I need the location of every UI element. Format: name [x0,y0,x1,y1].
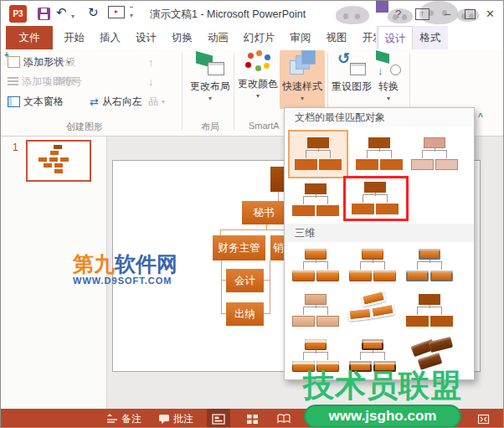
style-preview [294,136,342,173]
group-label-smartart-styles: SmartA [249,121,280,131]
tab-view[interactable]: 视图 [319,26,355,49]
gallery-section-3d: 三维 [285,224,474,242]
tab-smartart-design-active[interactable]: 设计 [378,26,413,49]
quick-styles-gallery: 文档的最佳匹配对象 三维 [284,107,475,380]
watermark-d9soft: 第九软件网 WWW.D9SOFT.COM [73,254,177,286]
tab-slideshow[interactable]: 幻灯片 [236,26,283,49]
connector-line [278,192,279,201]
group-divider [182,53,183,130]
help-icon[interactable]: ? [395,8,401,21]
normal-view-icon [212,414,225,425]
left-arrow-icon: ← [41,56,52,69]
save-icon[interactable] [38,8,50,20]
move-up-button[interactable]: ↑ [148,54,154,70]
org-node-cashier[interactable]: 出纳 [226,302,264,326]
gallery-section-best-match: 文档的最佳匹配对象 [285,108,474,126]
style-thumb-best-2[interactable] [353,133,405,175]
tab-animations[interactable]: 动画 [200,26,236,49]
move-down-button[interactable]: ↓ [148,73,154,90]
tab-insert[interactable]: 插入 [92,26,128,49]
stacked-squares-icon [289,50,316,75]
close-icon[interactable]: ✕ [486,8,495,21]
style-thumb-3d-6[interactable] [404,291,455,331]
style-thumb-best-4[interactable] [290,180,342,220]
group-divider [234,53,234,130]
comment-icon [158,414,170,425]
powerpoint-window: P3 ↶ ▾ ↻ ▸ ▾ 演示文稿1 - Microsoft PowerPoin… [0,0,504,428]
right-to-left-button[interactable]: ⇄ 从右向左 [90,93,142,110]
org-node-secretary[interactable]: 秘书 [242,201,285,224]
normal-view-button[interactable] [207,409,230,428]
group-label-layout: 布局 [190,121,230,133]
right-arrow-icon: → [41,75,52,88]
change-colors-button[interactable]: 更改颜色 ▾ [237,50,279,100]
promote-button[interactable]: ← 升级 [41,54,75,70]
style-preview [410,136,459,173]
redo-icon[interactable]: ↻ [88,4,99,21]
undo-icon[interactable]: ↶ [56,4,67,21]
ribbon-tab-row: 文件 开始 插入 设计 切换 动画 幻灯片 审阅 视图 开发工 加载项 设计 格… [1,26,504,49]
tab-file[interactable]: 文件 [6,26,53,49]
style-preview [355,136,404,173]
undo-dropdown-icon[interactable]: ▾ [71,8,75,25]
group-label-create-graphic: 创建图形 [51,121,118,133]
tab-design[interactable]: 设计 [128,26,164,49]
tab-smartart-format[interactable]: 格式 [413,26,448,49]
maximize-icon[interactable] [465,9,476,19]
up-arrow-icon: ↑ [148,56,154,69]
collapse-ribbon-icon[interactable]: ^ [478,112,483,121]
powerpoint-logo-icon[interactable]: P3 [9,5,27,23]
add-shape-icon [8,56,20,68]
customize-qat-icon[interactable]: ▾ [130,7,133,24]
dropdown-icon: ▾ [162,98,165,106]
style-thumb-3d-2[interactable] [347,245,399,286]
style-preview [291,182,340,219]
reset-arrows-icon: ↺ [337,50,366,75]
notes-button[interactable]: 备注 [106,409,141,428]
comments-button[interactable]: 批注 [158,409,193,428]
quick-styles-button[interactable]: 快速样式 ▾ [280,50,325,109]
style-thumb-best-3[interactable] [409,133,460,175]
tab-home[interactable]: 开始 [56,26,92,49]
text-pane-button[interactable]: 文本窗格 [8,93,64,110]
style-thumb-3d-1[interactable] [290,245,342,286]
reset-graphic-button[interactable]: ↺ 重设图形 [330,50,373,94]
style-thumb-3d-5[interactable] [347,291,399,331]
slide-number: 1 [13,142,18,153]
dropdown-icon: ▾ [301,95,304,102]
tab-transitions[interactable]: 切换 [164,26,200,49]
watermark-jsgho: 技术员联盟 www.jsgho.com [282,369,483,428]
window-title: 演示文稿1 - Microsoft PowerPoint [150,8,296,22]
demote-button[interactable]: → 降级 [41,73,75,90]
ribbon-display-options-icon[interactable]: ↑ [415,8,429,20]
style-preview [405,247,454,284]
style-preview [291,247,340,284]
watermark-url-pill: www.jsgho.com [304,405,461,428]
slide-sorter-view-button[interactable] [240,409,264,428]
connector-line [220,229,285,230]
minimize-icon[interactable]: – [445,8,450,21]
connector-line [221,260,222,314]
convert-button[interactable]: ↓ 转换 ▾ [371,50,406,102]
notes-icon [106,414,118,424]
style-preview [291,292,340,329]
org-layout-button[interactable]: 品 ▾ [148,93,165,110]
change-layout-button[interactable]: 更改布局 ▾ [187,50,234,102]
connector-line [270,260,270,314]
org-node-accountant[interactable]: 会计 [226,269,264,292]
style-thumb-best-5[interactable] [348,178,402,219]
style-thumb-3d-4[interactable] [290,291,342,331]
slide-thumbnail-1[interactable] [26,140,91,182]
org-node-finance-manager[interactable]: 财务主管 [213,235,265,260]
style-thumb-best-1-selected[interactable] [288,130,348,178]
tab-review[interactable]: 审阅 [283,26,319,49]
org-chart-icon: 品 [148,95,158,109]
start-slideshow-icon[interactable]: ▸ [108,6,125,18]
style-thumb-3d-3[interactable] [404,245,455,286]
connector-line [220,229,221,235]
text-pane-icon [8,96,20,107]
style-preview [351,180,399,217]
contextual-tab-color-strip [376,1,388,13]
dropdown-icon: ▾ [387,95,390,102]
style-preview [405,292,454,329]
